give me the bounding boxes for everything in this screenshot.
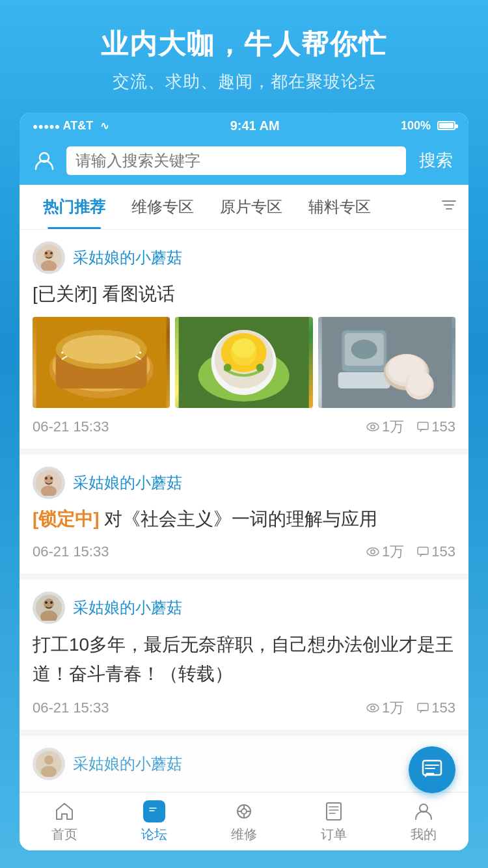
battery-percent: 100% <box>401 119 431 133</box>
post-header-2: 采姑娘的小蘑菇 <box>33 467 455 499</box>
phone-container: ●●●●● AT&T ∿ 9:41 AM 100% 搜索 <box>20 113 468 863</box>
svg-point-43 <box>371 550 375 554</box>
svg-point-41 <box>50 477 53 480</box>
svg-point-49 <box>50 601 53 604</box>
svg-point-7 <box>45 252 47 254</box>
post-date-2: 06-21 15:33 <box>33 543 109 560</box>
post-comments-1: 153 <box>417 418 455 435</box>
svg-rect-28 <box>338 372 390 388</box>
username-2[interactable]: 采姑娘的小蘑菇 <box>73 472 182 493</box>
post-image-1c <box>318 317 455 408</box>
post-stats-2: 1万 153 <box>366 542 455 562</box>
svg-rect-52 <box>418 703 428 711</box>
post-images-1 <box>33 317 455 408</box>
nav-repair-label: 维修 <box>231 826 257 843</box>
post-date-1: 06-21 15:33 <box>33 418 109 435</box>
phone-frame: ●●●●● AT&T ∿ 9:41 AM 100% 搜索 <box>20 113 468 850</box>
post-image-1b <box>175 317 312 408</box>
nav-order-label: 订单 <box>321 826 347 843</box>
avatar-2 <box>33 467 65 499</box>
order-icon <box>322 800 346 823</box>
nav-home[interactable]: 首页 <box>20 794 109 848</box>
svg-point-46 <box>44 599 54 609</box>
post-title-text-1: 看图说话 <box>102 284 175 304</box>
post-views-3: 1万 <box>366 698 404 718</box>
category-tabs: 热门推荐 维修专区 原片专区 辅料专区 <box>20 185 468 230</box>
post-date-3: 06-21 15:33 <box>33 699 109 716</box>
nav-forum-label: 论坛 <box>141 826 167 843</box>
nav-repair[interactable]: 维修 <box>199 794 289 848</box>
home-icon <box>53 800 76 823</box>
svg-point-60 <box>241 809 247 814</box>
svg-rect-36 <box>418 422 428 429</box>
post-meta-1: 06-21 15:33 1万 <box>33 417 455 437</box>
svg-point-14 <box>62 335 141 364</box>
status-bar: ●●●●● AT&T ∿ 9:41 AM 100% <box>20 113 468 139</box>
filter-icon[interactable] <box>440 196 458 218</box>
post-card-partial: 采姑娘的小蘑菇 <box>20 736 468 792</box>
post-card-3[interactable]: 采姑娘的小蘑菇 打工10多年，最后无奈辞职，自己想办法创业才是王道！奋斗青春！（… <box>20 580 468 729</box>
post-meta-3: 06-21 15:33 1万 <box>33 698 455 718</box>
username-3[interactable]: 采姑娘的小蘑菇 <box>73 597 182 618</box>
avatar-partial <box>33 748 65 780</box>
search-bar: 搜索 <box>20 139 468 185</box>
tab-original[interactable]: 原片专区 <box>207 185 295 229</box>
post-views-2: 1万 <box>366 542 404 562</box>
svg-point-21 <box>232 338 256 358</box>
carrier: ●●●●● AT&T ∿ <box>33 119 109 133</box>
svg-rect-56 <box>147 806 159 814</box>
post-text-3: 打工10多年，最后无奈辞职，自己想办法创业才是王道！奋斗青春！（转载） <box>33 631 455 689</box>
hero-section: 业内大咖，牛人帮你忙 交流、求助、趣闻，都在聚玻论坛 <box>0 0 488 113</box>
avatar-1 <box>33 241 65 274</box>
search-input[interactable] <box>75 152 397 170</box>
battery-icon <box>437 121 455 130</box>
post-card-2[interactable]: 采姑娘的小蘑菇 [锁定中] 对《社会主义》一词的理解与应用 06-21 15:3… <box>20 455 468 573</box>
svg-point-35 <box>371 425 375 429</box>
username-1[interactable]: 采姑娘的小蘑菇 <box>73 247 182 268</box>
forum-icon <box>142 800 166 823</box>
search-button[interactable]: 搜索 <box>414 145 458 176</box>
post-header-1: 采姑娘的小蘑菇 <box>33 241 455 274</box>
nav-forum[interactable]: 论坛 <box>109 794 199 848</box>
post-image-1a <box>33 317 170 408</box>
user-avatar-button[interactable] <box>30 146 59 175</box>
nav-profile-label: 我的 <box>411 826 437 843</box>
post-comments-3: 153 <box>417 699 455 716</box>
svg-rect-65 <box>327 803 341 820</box>
nav-home-label: 首页 <box>51 826 77 843</box>
post-header-3: 采姑娘的小蘑菇 <box>33 591 455 624</box>
bottom-nav: 首页 论坛 <box>20 792 468 850</box>
post-title-1: [已关闭] 看图说话 <box>33 280 455 308</box>
post-stats-3: 1万 153 <box>366 698 455 718</box>
post-feed: 采姑娘的小蘑菇 [已关闭] 看图说话 <box>20 230 468 792</box>
nav-profile[interactable]: 我的 <box>379 794 468 848</box>
post-tag-1: [已关闭] <box>33 284 98 304</box>
username-partial[interactable]: 采姑娘的小蘑菇 <box>73 753 182 774</box>
tab-hot[interactable]: 热门推荐 <box>30 185 118 229</box>
search-input-wrap[interactable] <box>66 146 406 175</box>
post-comments-2: 153 <box>417 543 455 560</box>
svg-point-27 <box>351 340 377 359</box>
svg-point-54 <box>44 755 53 765</box>
hero-subtitle: 交流、求助、趣闻，都在聚玻论坛 <box>13 70 475 93</box>
post-title-2: [锁定中] 对《社会主义》一词的理解与应用 <box>33 506 455 533</box>
nav-order[interactable]: 订单 <box>289 794 379 848</box>
svg-point-51 <box>371 706 375 710</box>
svg-point-33 <box>407 371 431 396</box>
svg-point-42 <box>367 548 379 556</box>
tab-material[interactable]: 辅料专区 <box>295 185 384 229</box>
svg-point-34 <box>367 423 379 431</box>
svg-point-23 <box>256 364 264 372</box>
tab-repair[interactable]: 维修专区 <box>118 185 207 229</box>
avatar-3 <box>33 591 65 624</box>
wrench-icon <box>232 800 256 823</box>
post-card-1[interactable]: 采姑娘的小蘑菇 [已关闭] 看图说话 <box>20 230 468 448</box>
svg-point-40 <box>45 477 47 480</box>
fab-button[interactable] <box>409 746 455 793</box>
svg-point-8 <box>50 252 53 254</box>
post-views-1: 1万 <box>366 417 404 437</box>
status-time: 9:41 AM <box>230 118 280 133</box>
partial-post-header: 采姑娘的小蘑菇 <box>33 748 455 780</box>
post-meta-2: 06-21 15:33 1万 <box>33 542 455 562</box>
post-title-text-2: 对《社会主义》一词的理解与应用 <box>104 509 377 529</box>
